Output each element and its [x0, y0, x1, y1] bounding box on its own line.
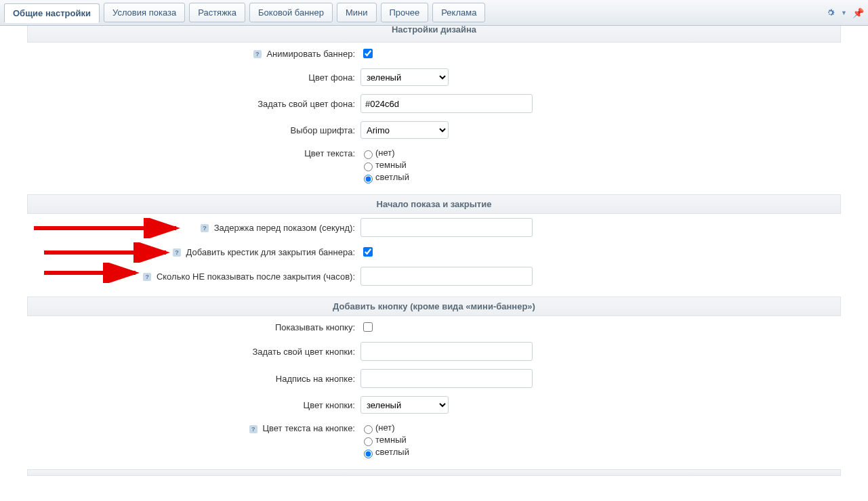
tab-mini[interactable]: Мини — [337, 3, 377, 22]
help-icon[interactable]: ? — [143, 273, 151, 281]
button-text-light-radio[interactable] — [364, 450, 373, 458]
design-form: ? Анимировать баннер: Цвет фона: зеленый… — [27, 43, 841, 188]
animate-banner-label: Анимировать баннер: — [266, 49, 355, 59]
help-icon[interactable]: ? — [201, 224, 209, 232]
close-x-checkbox[interactable] — [363, 247, 373, 257]
button-caption-label: Надпись на кнопке: — [276, 374, 355, 384]
help-icon[interactable]: ? — [249, 425, 257, 433]
pin-icon[interactable]: 📌 — [852, 7, 864, 18]
show-button-checkbox[interactable] — [363, 322, 373, 332]
help-icon[interactable]: ? — [253, 50, 262, 58]
bg-color-label: Цвет фона: — [308, 72, 355, 83]
text-color-label: Цвет текста: — [304, 148, 355, 158]
button-form: Показывать кнопку: Задать свой цвет кноп… — [27, 316, 841, 462]
animate-banner-checkbox[interactable] — [363, 49, 373, 58]
button-text-none-radio[interactable] — [364, 425, 373, 434]
button-text-light-label: светлый — [375, 447, 409, 457]
button-text-color-radio-group: (нет) темный светлый — [360, 422, 838, 458]
button-text-dark-radio[interactable] — [364, 437, 373, 446]
hide-hours-input[interactable] — [360, 267, 533, 286]
custom-button-color-label: Задать свой цвет кнопки: — [252, 347, 355, 357]
text-color-dark-radio[interactable] — [364, 162, 373, 171]
button-text-color-label: Цвет текста на кнопке: — [262, 423, 355, 433]
hide-hours-label: Сколько НЕ показывать после закрытия (ча… — [157, 271, 355, 282]
text-color-dark-label: темный — [375, 160, 407, 170]
text-color-none-radio[interactable] — [364, 150, 373, 159]
show-button-label: Показывать кнопку: — [275, 322, 355, 332]
gear-dropdown-caret[interactable]: ▼ — [841, 9, 847, 16]
tab-general[interactable]: Общие настройки — [4, 3, 100, 23]
close-x-label: Добавить крестик для закрытия баннера: — [186, 247, 355, 257]
delay-input[interactable] — [360, 218, 533, 237]
text-color-light-label: светлый — [375, 172, 409, 182]
section-header-next — [27, 469, 841, 476]
section-header-design: Настройки дизайна — [27, 26, 841, 43]
top-toolbar: Общие настройки Условия показа Растяжка … — [0, 0, 868, 26]
tab-misc[interactable]: Прочее — [381, 3, 429, 22]
tab-conditions[interactable]: Условия показа — [104, 3, 185, 22]
section-header-button: Добавить кнопку (кроме вида «мини-баннер… — [27, 297, 841, 316]
gear-icon[interactable] — [826, 8, 835, 18]
text-color-radio-group: (нет) темный светлый — [360, 147, 838, 183]
button-color-label: Цвет кнопки: — [304, 400, 355, 410]
section-header-timing: Начало показа и закрытие — [27, 194, 841, 214]
help-icon[interactable]: ? — [173, 248, 181, 257]
font-label: Выбор шрифта: — [290, 125, 355, 135]
custom-bg-label: Задать свой цвет фона: — [257, 99, 355, 109]
delay-label: Задержка перед показом (секунд): — [214, 223, 355, 233]
timing-form: ? Задержка перед показом (секунд): ? Доб… — [27, 214, 841, 290]
tab-stretch[interactable]: Растяжка — [189, 3, 245, 22]
button-text-dark-label: темный — [375, 435, 407, 445]
custom-bg-input[interactable] — [360, 94, 533, 113]
button-caption-input[interactable] — [360, 369, 533, 388]
custom-button-color-input[interactable] — [360, 342, 533, 361]
button-text-none-label: (нет) — [375, 422, 395, 433]
button-color-select[interactable]: зеленый — [360, 396, 449, 414]
text-color-light-radio[interactable] — [364, 175, 373, 183]
font-select[interactable]: Arimo — [360, 121, 449, 139]
text-color-none-label: (нет) — [375, 148, 395, 158]
tab-ads[interactable]: Реклама — [432, 3, 485, 22]
tab-side-banner[interactable]: Боковой баннер — [249, 3, 333, 22]
bg-color-select[interactable]: зеленый — [360, 68, 449, 86]
